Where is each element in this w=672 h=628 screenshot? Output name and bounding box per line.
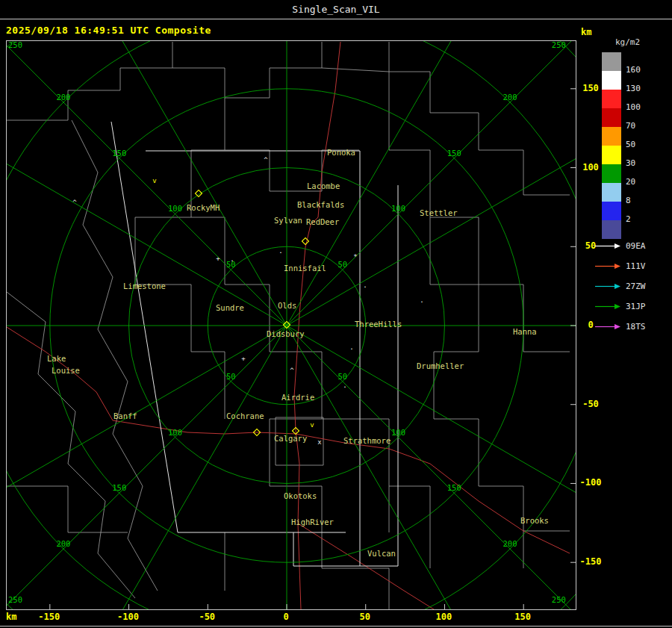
city-label-reddeer: RedDeer <box>306 217 339 226</box>
city-label-limestone: Limestone <box>123 282 166 290</box>
spot-marker-icon: ^ <box>72 199 77 206</box>
range-label: 250 <box>552 595 566 604</box>
x-axis-label: 150 <box>514 612 531 622</box>
colorbar-swatch <box>602 183 621 202</box>
city-label-rockymh: RockyMH <box>187 203 220 212</box>
x-axis-label: -50 <box>199 612 215 622</box>
range-label: 250 <box>8 595 22 604</box>
colorbar-swatch <box>602 71 621 90</box>
y-axis-label: 150 <box>576 83 606 93</box>
spot-marker-icon: ^ <box>264 156 268 164</box>
city-label-strathmore: Strathmore <box>343 436 391 445</box>
storm-track-legend: 09EA111V27ZW31JP18TS <box>594 236 669 337</box>
window-titlebar: Single_Scan_VIL <box>0 0 672 19</box>
storm-track-arrow-icon <box>594 303 621 310</box>
legend-item-label: 31JP <box>626 302 646 311</box>
colorbar-scale-value: 30 <box>626 158 635 169</box>
spot-marker-icon: . <box>279 247 282 255</box>
window-bottom-divider <box>0 626 672 627</box>
spot-marker-icon: + <box>241 355 246 362</box>
colorbar-scale-value: 20 <box>626 177 635 187</box>
colorbar-scale-value: 160 <box>626 65 641 75</box>
legend-item-label: 18TS <box>626 322 646 332</box>
city-label-blackfalds: Blackfalds <box>297 200 344 209</box>
city-label-ponoka: Ponoka <box>327 148 355 157</box>
colorbar-swatch <box>602 127 621 146</box>
range-label: 100 <box>391 204 405 213</box>
colorbar-swatch <box>602 164 621 183</box>
colorbar-scale-value: 8 <box>626 196 631 206</box>
city-label-stettler: Stettler <box>420 208 458 217</box>
range-label: 150 <box>112 483 126 492</box>
spot-marker-icon: x <box>317 438 322 446</box>
y-axis-unit-label: km <box>581 27 591 37</box>
spot-marker-icon: v <box>152 177 156 184</box>
range-label: 150 <box>447 149 461 158</box>
range-label: 200 <box>56 93 70 102</box>
spot-marker-icon: . <box>349 343 353 351</box>
city-label-calgary: Calgary <box>274 434 307 443</box>
colorbar-swatch <box>602 202 621 220</box>
storm-track-arrow-icon <box>594 323 621 330</box>
city-label-cochrane: Cochrane <box>226 411 264 420</box>
colorbar-scale-labels: 1601301007050302082 <box>626 52 656 246</box>
city-label-okotoks: Okotoks <box>284 491 317 500</box>
city-label-olds: Olds <box>278 301 296 310</box>
legend-item-27ZW: 27ZW <box>594 276 669 296</box>
city-label-brooks: Brooks <box>520 516 549 525</box>
range-label: 150 <box>447 483 461 492</box>
radar-map-canvas: 5050505010010010010015015015015020020020… <box>7 41 576 609</box>
range-label: 50 <box>226 372 236 381</box>
window-title: Single_Scan_VIL <box>292 4 379 15</box>
radial-line <box>7 326 287 609</box>
range-label: 100 <box>391 428 405 437</box>
city-label-sylvan: Sylvan <box>274 216 302 225</box>
spot-marker-icon: ^ <box>290 367 294 374</box>
map-markers: v^^*+...+.^..vx <box>72 156 423 446</box>
city-label-vulcan: Vulcan <box>367 549 396 558</box>
range-label: 200 <box>503 93 517 102</box>
legend-item-label: 111V <box>626 261 646 271</box>
colorbar-scale-value: 2 <box>626 214 631 225</box>
storm-track-arrow-icon <box>594 263 621 270</box>
range-label: 200 <box>56 539 70 548</box>
range-label: 200 <box>503 539 517 548</box>
x-axis-unit-label: km <box>6 612 16 622</box>
city-label-innisfail: Innisfail <box>284 264 326 273</box>
x-axis-label: 0 <box>283 612 288 622</box>
y-axis-label: 100 <box>576 162 606 172</box>
colorbar-scale-value: 70 <box>626 121 635 131</box>
colorbar <box>602 52 621 239</box>
spot-marker-icon: v <box>310 421 314 429</box>
city-label-banff: Banff <box>113 411 137 420</box>
spot-marker-icon: . <box>230 255 234 263</box>
colorbar-scale-value: 130 <box>626 84 641 94</box>
spot-marker-icon: + <box>216 255 220 262</box>
radar-map[interactable]: 5050505010010010010015015015015020020020… <box>6 40 576 610</box>
radar-site-marker-icon <box>302 237 308 244</box>
legend-item-111V: 111V <box>594 256 669 276</box>
x-axis-label: 100 <box>436 612 452 622</box>
legend-item-label: 09EA <box>626 241 646 251</box>
city-label-highriver: HighRiver <box>291 517 334 526</box>
range-label: 100 <box>168 204 182 213</box>
city-label-sundre: Sundre <box>216 303 244 312</box>
storm-track-arrow-icon <box>594 243 621 249</box>
colorbar-swatch <box>602 52 621 71</box>
colorbar-scale-value: 100 <box>626 102 641 113</box>
x-axis-label: -100 <box>117 612 139 622</box>
city-label-louise: Louise <box>52 366 80 375</box>
range-label: 50 <box>337 260 347 269</box>
range-label: 250 <box>8 41 22 49</box>
x-axis-label: -150 <box>38 612 60 622</box>
colorbar-units-label: kg/m2 <box>615 37 640 47</box>
city-label-threehills: ThreeHills <box>355 320 402 329</box>
spot-marker-icon: * <box>353 253 357 261</box>
axis-tick-marks <box>50 89 576 609</box>
city-label-lake: Lake <box>47 354 66 363</box>
legend-item-31JP: 31JP <box>594 296 669 317</box>
range-label: 150 <box>112 149 126 158</box>
city-label-hanna: Hanna <box>513 327 537 336</box>
legend-item-09EA: 09EA <box>594 236 669 256</box>
spot-marker-icon: . <box>363 282 367 289</box>
